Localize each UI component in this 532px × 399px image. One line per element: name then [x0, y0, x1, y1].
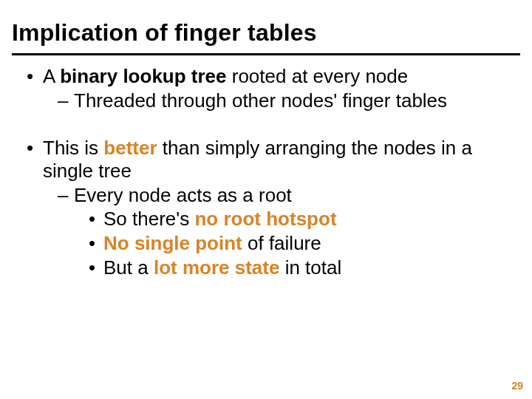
text-fragment: in total: [279, 256, 341, 279]
bullet-marker: •: [89, 232, 103, 255]
bullet-text: But a lot more state in total: [103, 256, 341, 279]
bullet-level3: • So there's no root hotspot: [89, 208, 505, 231]
bullet-level1: • This is better than simply arranging t…: [27, 137, 505, 182]
bullet-level2: – Every node acts as a root: [58, 184, 505, 207]
bullet-text: Threaded through other nodes' finger tab…: [74, 89, 447, 112]
bullet-text: Every node acts as a root: [74, 184, 292, 207]
bullet-text: A binary lookup tree rooted at every nod…: [43, 65, 408, 88]
bullet-marker: •: [27, 137, 43, 182]
page-number: 29: [511, 380, 523, 392]
bullet-marker: •: [27, 65, 43, 88]
bullet-text: So there's no root hotspot: [103, 208, 337, 231]
bullet-marker: •: [89, 208, 103, 231]
bullet-text: This is better than simply arranging the…: [43, 137, 505, 182]
bullet-level1: • A binary lookup tree rooted at every n…: [27, 65, 505, 88]
title-underline: [12, 53, 520, 55]
text-fragment: A: [43, 65, 60, 87]
highlight-fragment: lot more state: [154, 256, 280, 279]
bullet-level3: • But a lot more state in total: [89, 256, 505, 279]
slide-title: Implication of finger tables: [12, 19, 317, 47]
bold-fragment: binary lookup tree: [60, 65, 226, 87]
bullet-marker: •: [89, 256, 103, 279]
bullet-level2: – Threaded through other nodes' finger t…: [58, 89, 505, 112]
highlight-fragment: No single point: [103, 232, 242, 254]
text-fragment: This is: [43, 137, 103, 159]
text-fragment: rooted at every node: [227, 65, 409, 87]
highlight-fragment: better: [103, 137, 157, 159]
slide-content: • A binary lookup tree rooted at every n…: [27, 65, 505, 280]
dash-marker: –: [58, 184, 74, 207]
text-fragment: of failure: [242, 232, 321, 254]
dash-marker: –: [58, 89, 74, 112]
text-fragment: But a: [103, 256, 154, 279]
text-fragment: So there's: [103, 208, 194, 230]
bullet-level3: • No single point of failure: [89, 232, 505, 255]
bullet-text: No single point of failure: [103, 232, 321, 255]
slide: Implication of finger tables • A binary …: [0, 0, 532, 399]
spacer: [27, 113, 505, 137]
highlight-fragment: no root hotspot: [194, 208, 336, 230]
